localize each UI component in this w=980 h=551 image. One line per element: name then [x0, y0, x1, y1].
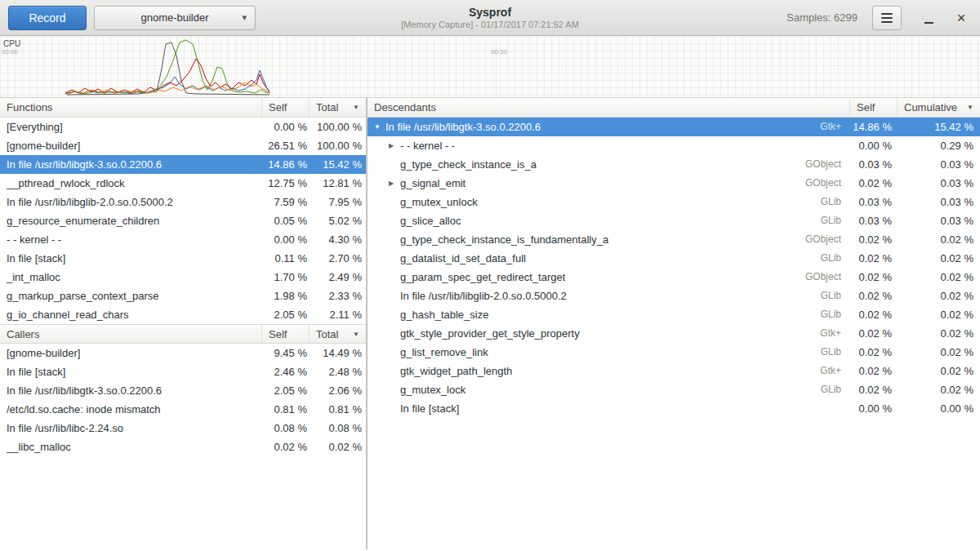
- total-percent: 0.03 %: [897, 174, 980, 193]
- name-cell: In file /usr/lib/libgtk-3.so.0.2200.6: [0, 381, 261, 400]
- function-name: g_type_check_instance_is_a: [400, 155, 537, 174]
- table-row[interactable]: In file [stack]2.46 %2.48 %: [0, 362, 366, 381]
- total-percent: 14.49 %: [309, 344, 366, 362]
- function-name: g_mutex_lock: [400, 380, 466, 399]
- table-row[interactable]: __libc_malloc0.02 %0.02 %: [0, 438, 366, 456]
- name-cell: g_mutex_lockGLib: [368, 380, 849, 399]
- descendants-table: Descendants Self Cumulative ▼ ▼In file /…: [368, 98, 980, 418]
- cpu-timeline[interactable]: CPU 00:00 00:30: [0, 36, 980, 98]
- table-row[interactable]: _int_malloc1.70 %2.49 %: [0, 268, 366, 287]
- table-row[interactable]: gtk_widget_path_lengthGtk+0.02 %0.02 %: [368, 362, 980, 380]
- total-percent: 0.02 %: [897, 287, 980, 305]
- column-header-total[interactable]: Total ▼: [309, 98, 366, 117]
- table-row[interactable]: g_slice_allocGLib0.03 %0.03 %: [368, 211, 980, 230]
- table-row[interactable]: g_type_check_instance_is_aGObject0.03 %0…: [368, 155, 980, 174]
- table-row[interactable]: In file /usr/lib/libgtk-3.so.0.2200.62.0…: [0, 381, 366, 400]
- table-row[interactable]: ▼In file /usr/lib/libgtk-3.so.0.2200.6Gt…: [368, 118, 980, 136]
- column-header-total[interactable]: Total ▼: [309, 325, 366, 343]
- table-row[interactable]: g_type_check_instance_is_fundamentally_a…: [368, 230, 980, 249]
- function-name: g_slice_alloc: [400, 211, 461, 230]
- column-header-functions[interactable]: Functions: [0, 98, 261, 117]
- self-percent: 0.02 %: [261, 438, 309, 456]
- library-category-label: GObject: [799, 155, 849, 174]
- table-row[interactable]: g_io_channel_read_chars2.05 %2.11 %: [0, 305, 366, 324]
- library-category-label: Gtk+: [813, 118, 849, 136]
- table-row[interactable]: g_mutex_lockGLib0.02 %0.02 %: [368, 380, 980, 399]
- self-percent: 9.45 %: [261, 344, 309, 362]
- column-header-descendants[interactable]: Descendants: [368, 98, 849, 117]
- table-row[interactable]: - - kernel - -0.00 %4.30 %: [0, 230, 366, 249]
- table-row[interactable]: ▶g_signal_emitGObject0.02 %0.03 %: [368, 174, 980, 193]
- left-pane: Functions Self Total ▼ [Everything]0.00 …: [0, 98, 366, 549]
- self-percent: 0.02 %: [849, 174, 897, 193]
- table-row[interactable]: /etc/ld.so.cache: inode mismatch0.81 %0.…: [0, 400, 366, 419]
- table-row[interactable]: gtk_style_provider_get_style_propertyGtk…: [368, 324, 980, 343]
- name-cell: ▶g_signal_emitGObject: [368, 174, 849, 193]
- expander-closed-icon[interactable]: ▶: [387, 136, 400, 155]
- column-header-self[interactable]: Self: [849, 98, 897, 117]
- table-row[interactable]: g_resource_enumerate_children0.05 %5.02 …: [0, 211, 366, 230]
- function-name: g_type_check_instance_is_fundamentally_a: [400, 230, 608, 249]
- self-percent: 0.02 %: [849, 380, 897, 399]
- column-header-self[interactable]: Self: [261, 325, 309, 343]
- total-percent: 7.95 %: [309, 193, 366, 211]
- total-percent: 0.81 %: [309, 400, 366, 419]
- minimize-icon: [924, 22, 933, 24]
- table-row[interactable]: g_markup_parse_context_parse1.98 %2.33 %: [0, 287, 366, 305]
- expander-open-icon[interactable]: ▼: [372, 118, 385, 136]
- library-category-label: GLib: [814, 249, 849, 268]
- table-row[interactable]: [gnome-builder]9.45 %14.49 %: [0, 344, 366, 362]
- column-header-self[interactable]: Self: [261, 98, 309, 117]
- record-button[interactable]: Record: [8, 6, 87, 30]
- function-name: g_datalist_id_set_data_full: [400, 249, 526, 268]
- name-cell: g_markup_parse_context_parse: [0, 287, 261, 305]
- close-button[interactable]: ×: [951, 7, 972, 29]
- table-row[interactable]: __pthread_rwlock_rdlock12.75 %12.81 %: [0, 174, 366, 193]
- column-header-cumulative[interactable]: Cumulative ▼: [897, 98, 980, 117]
- self-percent: 1.98 %: [261, 287, 309, 305]
- callers-table: Callers Self Total ▼ [gnome-builder]9.45…: [0, 324, 366, 456]
- table-row[interactable]: g_list_remove_linkGLib0.02 %0.02 %: [368, 343, 980, 362]
- table-row[interactable]: In file /usr/lib/libc-2.24.so0.08 %0.08 …: [0, 419, 366, 438]
- total-percent: 0.29 %: [897, 136, 980, 155]
- function-name: In file /usr/lib/libgtk-3.so.0.2200.6: [7, 381, 162, 400]
- table-row[interactable]: In file [stack]0.11 %2.70 %: [0, 249, 366, 268]
- table-row[interactable]: In file /usr/lib/libglib-2.0.so.0.5000.2…: [368, 287, 980, 305]
- name-cell: /etc/ld.so.cache: inode mismatch: [0, 400, 261, 419]
- self-percent: 0.81 %: [261, 400, 309, 419]
- self-percent: 0.03 %: [849, 193, 897, 211]
- self-percent: 0.05 %: [261, 211, 309, 230]
- total-percent: 100.00 %: [309, 136, 366, 155]
- library-category-label: GLib: [814, 193, 849, 211]
- table-row[interactable]: g_mutex_unlockGLib0.03 %0.03 %: [368, 193, 980, 211]
- total-percent: 0.03 %: [897, 193, 980, 211]
- name-cell: g_mutex_unlockGLib: [368, 193, 849, 211]
- function-name: gtk_widget_path_length: [400, 362, 512, 380]
- table-row[interactable]: [gnome-builder]26.51 %100.00 %: [0, 136, 366, 155]
- table-row[interactable]: g_param_spec_get_redirect_targetGObject0…: [368, 268, 980, 287]
- table-row[interactable]: In file /usr/lib/libgtk-3.so.0.2200.614.…: [0, 155, 366, 174]
- column-header-callers[interactable]: Callers: [0, 325, 261, 343]
- function-name: In file [stack]: [400, 399, 459, 418]
- minimize-button[interactable]: [918, 7, 939, 29]
- table-row[interactable]: [Everything]0.00 %100.00 %: [0, 118, 366, 136]
- table-row[interactable]: ▶- - kernel - -0.00 %0.29 %: [368, 136, 980, 155]
- table-row[interactable]: In file /usr/lib/libglib-2.0.so.0.5000.2…: [0, 193, 366, 211]
- callers-header-row: Callers Self Total ▼: [0, 324, 366, 344]
- table-row[interactable]: g_hash_table_sizeGLib0.02 %0.02 %: [368, 305, 980, 324]
- time-label-start: 00:00: [2, 48, 18, 56]
- table-row[interactable]: In file [stack]0.00 %0.00 %: [368, 399, 980, 418]
- function-name: g_mutex_unlock: [400, 193, 478, 211]
- name-cell: ▶- - kernel - -: [368, 136, 849, 155]
- table-row[interactable]: g_datalist_id_set_data_fullGLib0.02 %0.0…: [368, 249, 980, 268]
- capture-subtitle: [Memory Capture] - 01/17/2017 07:21:52 A…: [401, 20, 579, 30]
- name-cell: - - kernel - -: [0, 230, 261, 249]
- library-category-label: GLib: [814, 380, 849, 399]
- self-percent: 0.02 %: [849, 324, 897, 343]
- menu-button[interactable]: [872, 6, 902, 30]
- expander-closed-icon[interactable]: ▶: [387, 174, 400, 193]
- name-cell: g_hash_table_sizeGLib: [368, 305, 849, 324]
- process-selector-dropdown[interactable]: gnome-builder ▾: [94, 6, 256, 30]
- name-cell: In file /usr/lib/libglib-2.0.so.0.5000.2: [0, 193, 261, 211]
- library-category-label: GLib: [814, 287, 849, 305]
